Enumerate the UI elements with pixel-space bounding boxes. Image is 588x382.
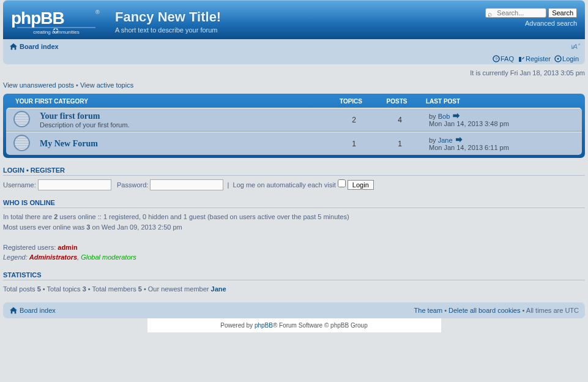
font-size-toggle[interactable]: ∨A˄ [570, 43, 579, 51]
register-heading-link[interactable]: REGISTER [31, 167, 65, 174]
forum-last-post: by Bob Mon Jan 14, 2013 3:48 pm [423, 113, 582, 127]
login-heading: LOGIN • REGISTER [3, 167, 585, 176]
view-unanswered-link[interactable]: View unanswered posts [3, 81, 74, 89]
legend-admin-link[interactable]: Administrators [29, 253, 77, 261]
legend-globalmod-link[interactable]: Global moderators [81, 253, 136, 261]
header-bar: phpBB ® creating communities Fancy New T… [3, 0, 585, 39]
forum-topics: 1 [331, 140, 377, 148]
forum-title-link[interactable]: My New Forum [40, 139, 98, 148]
forum-desc: Description of your first forum. [40, 121, 130, 129]
svg-text:creating    communities: creating communities [33, 29, 80, 35]
svg-point-8 [56, 31, 58, 32]
site-subtitle: A short text to describe your forum [115, 26, 221, 34]
forum-posts: 4 [377, 116, 423, 124]
autologin-label: Log me on automatically each visit [233, 181, 336, 189]
home-icon [9, 307, 18, 314]
goto-last-post[interactable] [452, 113, 460, 120]
svg-point-5 [54, 29, 55, 30]
forum-topics: 2 [331, 116, 377, 124]
online-user-link[interactable]: admin [58, 244, 77, 251]
password-label: Password: [117, 181, 148, 189]
last-post-user[interactable]: Jane [438, 137, 453, 144]
delete-cookies-link[interactable]: Delete all board cookies [448, 307, 520, 314]
forum-row: My New Forum 1 1 by Jane Mon Jan 14, 201… [6, 132, 582, 155]
svg-point-12 [557, 58, 559, 60]
search-button[interactable]: Search [548, 8, 577, 18]
svg-point-7 [54, 31, 55, 32]
newest-member-link[interactable]: Jane [211, 285, 226, 293]
login-submit-button[interactable]: Login [348, 180, 374, 190]
footer-nav: Board index The team • Delete all board … [3, 302, 585, 318]
login-heading-link[interactable]: LOGIN [3, 167, 24, 174]
phpbb-link[interactable]: phpBB [255, 322, 273, 329]
password-input[interactable] [150, 179, 223, 190]
goto-last-post[interactable] [455, 137, 463, 144]
forum-posts: 1 [377, 140, 423, 148]
username-label: Username: [3, 181, 36, 189]
team-link[interactable]: The team [414, 307, 442, 314]
advanced-search-link[interactable]: Advanced search [485, 20, 577, 27]
phpbb-logo: phpBB ® creating communities [11, 7, 102, 36]
forum-icon [6, 135, 37, 152]
home-icon [9, 43, 18, 50]
autologin-checkbox[interactable] [338, 179, 346, 187]
navbar: Board index ∨A˄ ?FAQ Register Login [3, 39, 585, 64]
forum-last-post: by Jane Mon Jan 14, 2013 6:11 pm [423, 137, 582, 151]
site-title: Fancy New Title! [115, 9, 221, 25]
who-online-body: In total there are 2 users online :: 1 r… [3, 212, 585, 263]
svg-point-6 [56, 29, 58, 30]
svg-text:phpBB: phpBB [11, 9, 64, 28]
faq-icon: ? [493, 55, 500, 62]
category-block: YOUR FIRST CATEGORY TOPICS POSTS LAST PO… [3, 94, 585, 158]
col-last-post: LAST POST [420, 98, 579, 105]
footer-board-index[interactable]: Board index [20, 307, 56, 314]
copyright: Powered by phpBB® Forum Software © phpBB… [147, 318, 441, 332]
forum-title-link[interactable]: Your first forum [40, 111, 100, 121]
forum-icon [6, 111, 37, 129]
register-icon [518, 55, 525, 62]
search-input[interactable] [485, 8, 546, 18]
view-active-link[interactable]: View active topics [80, 81, 133, 89]
forum-row: Your first forum Description of your fir… [6, 108, 582, 132]
svg-text:®: ® [95, 9, 100, 15]
category-title[interactable]: YOUR FIRST CATEGORY [15, 98, 88, 105]
last-post-user[interactable]: Bob [438, 113, 450, 120]
statistics-heading: STATISTICS [3, 271, 585, 280]
svg-text:?: ? [495, 56, 498, 62]
username-input[interactable] [38, 179, 111, 190]
current-time: It is currently Fri Jan 18, 2013 3:05 pm [3, 69, 585, 77]
col-topics: TOPICS [328, 98, 374, 105]
register-link[interactable]: Register [526, 55, 551, 62]
search-box: ⌕ Search Advanced search [485, 8, 577, 27]
quick-links: View unanswered posts • View active topi… [3, 81, 585, 89]
statistics-body: Total posts 5 • Total topics 3 • Total m… [3, 284, 585, 294]
login-icon [554, 55, 562, 62]
login-form: Username: Password: | Log me on automati… [3, 179, 585, 190]
breadcrumb-board-index[interactable]: Board index [20, 43, 59, 50]
timezone-text: All times are UTC [526, 307, 579, 314]
arrow-icon [453, 113, 460, 119]
arrow-icon [456, 137, 463, 143]
login-link[interactable]: Login [562, 55, 579, 62]
faq-link[interactable]: FAQ [501, 55, 514, 62]
col-posts: POSTS [374, 98, 420, 105]
who-online-heading: WHO IS ONLINE [3, 199, 585, 208]
